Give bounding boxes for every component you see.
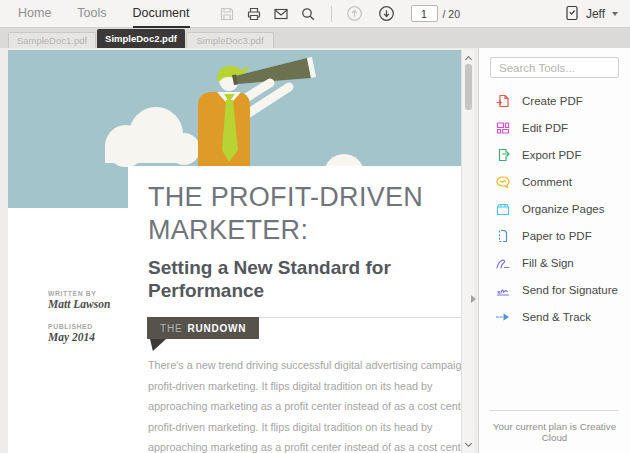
doc-tab-sampledoc1[interactable]: SampleDoc1.pdf [8,32,96,48]
search-tools-input[interactable] [490,57,619,78]
tools-sidebar: Create PDF Edit PDF [478,48,630,453]
pdf-page: THE PROFIT-DRIVEN MARKETER: Setting a Ne… [8,50,468,453]
article-subtitle: Setting a New Standard for Performance [148,256,458,302]
sidebar-tool-edit-pdf[interactable]: Edit PDF [479,114,630,141]
export-pdf-icon [495,147,511,163]
tools-list: Create PDF Edit PDF [479,87,630,330]
organize-pages-icon [495,201,511,217]
nav-home[interactable]: Home [18,0,51,28]
body-line: approaching marketing as a profit center… [148,396,468,417]
article-body: There's a new trend driving successful d… [148,355,468,453]
send-track-icon [495,309,511,325]
author-name: Matt Lawson [48,298,128,310]
nav-tools[interactable]: Tools [77,0,106,28]
sidebar-tool-send-for-signature[interactable]: Send for Signature [479,276,630,303]
comment-icon [495,174,511,190]
email-button[interactable] [268,0,295,28]
body-line: approaching marketing as a profit center… [148,437,468,453]
tool-label: Edit PDF [522,122,568,134]
user-name: Jeff [586,7,605,21]
sidebar-tool-export-pdf[interactable]: Export PDF [479,141,630,168]
fill-sign-icon [495,255,511,271]
page-number-input[interactable] [411,5,438,22]
paper-to-pdf-icon [495,228,511,244]
create-pdf-icon [495,93,511,109]
acrobat-window: Home Tools Document [0,0,630,453]
tool-label: Comment [522,176,572,188]
sidebar-collapse-handle[interactable] [471,295,476,303]
search-icon [300,6,316,22]
account-menu[interactable]: Jeff [565,5,618,22]
main-nav: Home Tools Document [18,0,190,28]
published-date: May 2014 [48,331,128,343]
sidebar-tool-fill-sign[interactable]: Fill & Sign [479,249,630,276]
body-line: There's a new trend driving successful d… [148,355,468,376]
save-button[interactable] [214,0,241,28]
plan-text: Your current plan is Creative Cloud [490,421,619,443]
body-line: profit-driven marketing. It flips digita… [148,376,468,397]
doc-tab-simpledoc3[interactable]: SimpleDoc3.pdf [186,32,274,48]
published-label: PUBLISHED [48,323,128,330]
tool-label: Send & Track [522,311,591,323]
page-controls: / 20 [341,0,461,28]
edit-pdf-icon [495,120,511,136]
send-for-signature-icon [495,282,511,298]
tool-label: Export PDF [522,149,581,161]
document-scrollbar[interactable] [461,50,474,453]
sidebar-tool-comment[interactable]: Comment [479,168,630,195]
article-byline: WRITTEN BY Matt Lawson PUBLISHED May 201… [48,290,128,343]
scroll-down-icon[interactable] [465,440,472,447]
next-page-button[interactable] [373,0,400,28]
scroll-up-icon[interactable] [465,56,472,63]
plan-divider [490,410,619,411]
save-icon [219,6,235,22]
toolbar-divider [331,6,332,22]
tool-label: Paper to PDF [522,230,592,242]
chevron-down-icon [612,12,618,16]
document-tabs: SampleDoc1.pdf SimpleDoc2.pdf SimpleDoc3… [0,28,630,48]
previous-page-button[interactable] [341,0,368,28]
body-line: profit-driven marketing. It flips digita… [148,417,468,438]
sidebar-tool-send-track[interactable]: Send & Track [479,303,630,330]
plan-info: Your current plan is Creative Cloud Lear… [490,410,619,453]
tool-label: Create PDF [522,95,583,107]
rundown-badge: THE RUNDOWN [147,317,259,339]
top-toolbar: Home Tools Document [0,0,630,28]
written-by-label: WRITTEN BY [48,290,128,297]
arrow-up-circle-icon [346,5,363,22]
sidebar-tool-create-pdf[interactable]: Create PDF [479,87,630,114]
print-button[interactable] [241,0,268,28]
arrow-down-circle-icon [378,5,395,22]
email-icon [273,6,289,22]
tool-label: Fill & Sign [522,257,574,269]
device-check-icon [565,5,579,22]
page-count-label: / 20 [443,8,461,20]
sidebar-tool-organize-pages[interactable]: Organize Pages [479,195,630,222]
scrollbar-thumb[interactable] [465,64,472,110]
search-button[interactable] [295,0,322,28]
nav-document[interactable]: Document [133,0,190,28]
main-area: THE PROFIT-DRIVEN MARKETER: Setting a Ne… [0,48,630,453]
article-title: THE PROFIT-DRIVEN MARKETER: [148,181,458,247]
rundown-badge-tail [150,339,166,351]
article-header: THE PROFIT-DRIVEN MARKETER: Setting a Ne… [128,166,468,302]
tool-label: Organize Pages [522,203,604,215]
print-icon [246,6,262,22]
tool-label: Send for Signature [522,284,618,296]
doc-tab-simpledoc2[interactable]: SimpleDoc2.pdf [97,29,185,48]
sidebar-tool-paper-to-pdf[interactable]: Paper to PDF [479,222,630,249]
